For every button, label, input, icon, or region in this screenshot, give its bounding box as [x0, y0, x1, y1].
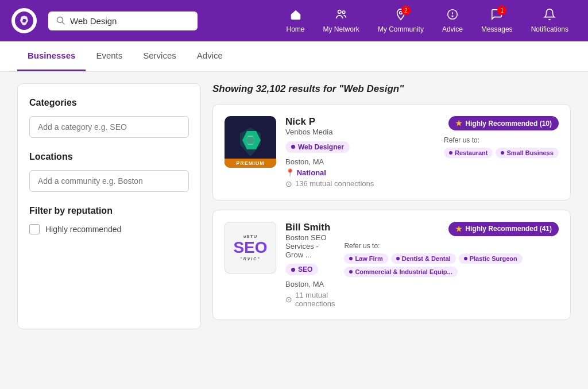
tabs-bar: Businesses Events Services Advice	[0, 41, 588, 72]
bill-smith-tag: SEO	[285, 264, 318, 275]
results-area: Showing 32,102 results for "Web Design" …	[212, 83, 571, 329]
nick-logo-svg	[235, 125, 265, 159]
nick-p-right: ★ Highly Recommended (10) Refer us to: R…	[444, 116, 559, 158]
svg-line-1	[63, 22, 65, 25]
bill-smith-right: ★ Highly Recommended (41) Refer us to: L…	[344, 222, 559, 277]
messages-badge: 1	[497, 6, 506, 15]
search-bar[interactable]	[48, 11, 198, 30]
refer-tag-small-business: Small Business	[496, 148, 558, 158]
bill-smith-info: Bill Smith Boston SEO Services - Grow ..…	[285, 222, 335, 309]
tag-dot-seo	[291, 268, 295, 272]
filter-label-recommended: Highly recommended	[45, 225, 121, 234]
bill-smith-connections: ⊙ 11 mutual connections	[285, 291, 335, 308]
nav-community-label: My Community	[378, 25, 424, 33]
refer-tags-nick: Restaurant Small Business	[444, 148, 559, 158]
nav-notifications-label: Notifications	[531, 25, 568, 33]
svg-point-3	[342, 11, 345, 14]
star-icon-bill: ★	[455, 225, 462, 233]
nav-my-network[interactable]: My Network	[315, 3, 368, 38]
home-icon	[289, 8, 302, 24]
results-title: Showing 32,102 results for "Web Design"	[212, 83, 571, 95]
tab-advice[interactable]: Advice	[187, 41, 233, 71]
connections-icon-bill: ⊙	[285, 295, 292, 304]
nav-notifications[interactable]: Notifications	[523, 3, 577, 38]
bill-smith-name: Bill Smith	[285, 222, 335, 233]
main-layout: Categories Locations Filter by reputatio…	[0, 72, 588, 341]
messages-icon: 1	[490, 8, 503, 24]
categories-title: Categories	[29, 98, 189, 108]
tab-events[interactable]: Events	[86, 41, 133, 71]
recommended-badge-nick: ★ Highly Recommended (10)	[448, 116, 559, 130]
nick-p-national: 📍 National	[285, 168, 435, 177]
nick-p-company: Venbos Media	[285, 128, 435, 136]
tab-services[interactable]: Services	[133, 41, 187, 71]
seo-logo-main: SEO	[233, 239, 267, 257]
nick-p-name: Nick P	[285, 116, 435, 128]
app-logo[interactable]	[11, 8, 37, 33]
nick-p-connections: ⊙ 136 mutual connections	[285, 179, 435, 188]
result-card-nick-p[interactable]: PREMIUM Nick P Venbos Media Web Designer…	[212, 104, 571, 201]
search-icon	[56, 16, 65, 25]
advice-icon	[446, 8, 459, 24]
bill-smith-logo: υSTU SEO "RVIC"	[225, 222, 276, 274]
refer-tag-commercial: Commercial & Industrial Equip...	[344, 267, 457, 277]
nick-p-info: Nick P Venbos Media Web Designer Boston,…	[285, 116, 435, 188]
star-icon: ★	[455, 119, 462, 128]
refer-tag-law-firm: Law Firm	[344, 253, 388, 264]
result-card-bill-smith[interactable]: υSTU SEO "RVIC" Bill Smith Boston SEO Se…	[212, 210, 571, 321]
svg-point-2	[338, 10, 342, 14]
nav-messages-label: Messages	[481, 25, 513, 33]
svg-point-7	[452, 16, 452, 16]
community-icon: 2	[394, 8, 407, 24]
nav-advice[interactable]: Advice	[434, 3, 471, 38]
nav-my-community[interactable]: 2 My Community	[370, 3, 432, 38]
search-input[interactable]	[70, 16, 189, 26]
sidebar: Categories Locations Filter by reputatio…	[17, 83, 201, 329]
filter-checkbox-recommended[interactable]	[29, 224, 40, 234]
refer-tag-restaurant: Restaurant	[444, 148, 493, 158]
logo-icon	[18, 14, 30, 27]
bill-smith-location: Boston, MA	[285, 280, 335, 288]
nav-messages[interactable]: 1 Messages	[473, 3, 521, 38]
refer-tags-bill: Law Firm Dentist & Dental Plastic Surgeo…	[344, 253, 559, 277]
header: Home My Network 2 My Community	[0, 0, 588, 41]
nav-home[interactable]: Home	[278, 3, 313, 38]
premium-badge: PREMIUM	[225, 159, 276, 168]
connections-icon: ⊙	[285, 179, 292, 188]
nav-advice-label: Advice	[442, 25, 463, 33]
refer-tag-plastic-surgeon: Plastic Surgeon	[459, 253, 523, 264]
nav-home-label: Home	[287, 25, 305, 33]
nav-items: Home My Network 2 My Community	[278, 3, 577, 38]
nick-p-location: Boston, MA	[285, 157, 435, 166]
locations-title: Locations	[29, 152, 189, 162]
community-badge: 2	[401, 6, 411, 15]
filter-row-recommended: Highly recommended	[29, 224, 189, 234]
refer-tag-dentist: Dentist & Dental	[391, 253, 456, 264]
notifications-icon	[543, 8, 556, 24]
network-icon	[335, 8, 347, 24]
categories-input[interactable]	[29, 116, 189, 138]
nick-p-logo: PREMIUM	[225, 116, 276, 168]
logo-inner	[15, 11, 33, 30]
nav-network-label: My Network	[323, 25, 359, 33]
tag-dot	[291, 145, 295, 149]
tab-businesses[interactable]: Businesses	[17, 41, 86, 71]
pin-icon: 📍	[285, 168, 297, 177]
bill-smith-company: Boston SEO Services - Grow ...	[285, 233, 335, 259]
locations-input[interactable]	[29, 170, 189, 192]
recommended-badge-bill: ★ Highly Recommended (41)	[448, 222, 559, 236]
nick-p-tag: Web Designer	[285, 141, 350, 153]
seo-logo-bottom: "RVIC"	[240, 257, 260, 261]
filter-title: Filter by reputation	[29, 206, 189, 216]
refer-title-bill: Refer us to:	[344, 242, 559, 250]
refer-title-nick: Refer us to:	[444, 136, 559, 144]
